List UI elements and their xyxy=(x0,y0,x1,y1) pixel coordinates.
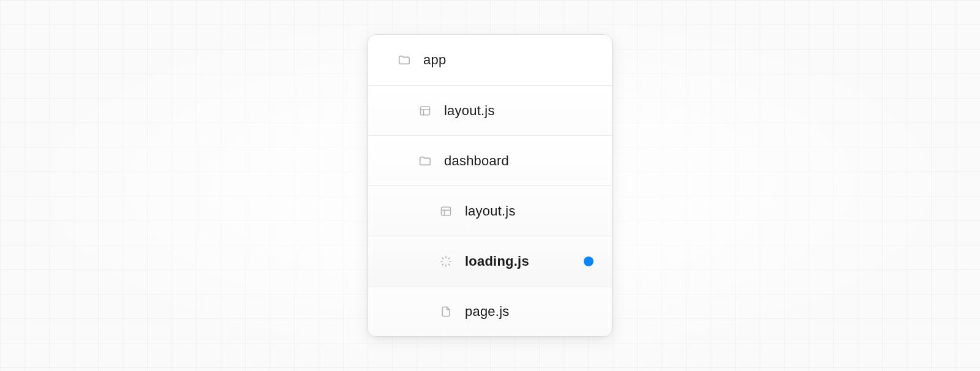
layout-icon xyxy=(439,204,453,218)
layout-icon xyxy=(418,104,432,118)
svg-rect-3 xyxy=(442,207,451,215)
tree-row-dashboard-layout[interactable]: layout.js xyxy=(368,186,612,236)
svg-line-13 xyxy=(448,258,450,259)
tree-row-label: loading.js xyxy=(465,253,529,269)
tree-row-page[interactable]: page.js xyxy=(368,286,612,336)
svg-line-9 xyxy=(448,264,450,265)
tree-row-label: app xyxy=(423,52,446,68)
svg-line-12 xyxy=(442,264,443,265)
tree-row-layout[interactable]: layout.js xyxy=(368,85,612,135)
file-icon xyxy=(439,305,453,318)
tree-row-label: page.js xyxy=(465,304,509,320)
folder-icon xyxy=(398,53,411,67)
active-marker-icon xyxy=(584,257,594,266)
tree-row-dashboard[interactable]: dashboard xyxy=(368,135,612,186)
file-tree-panel: app layout.js dashboard layout.js xyxy=(368,34,612,337)
svg-rect-0 xyxy=(421,107,430,114)
folder-icon xyxy=(418,154,432,168)
tree-row-label: layout.js xyxy=(465,203,516,219)
tree-row-label: layout.js xyxy=(444,103,495,119)
tree-row-label: dashboard xyxy=(444,153,509,169)
tree-row-loading[interactable]: loading.js xyxy=(368,236,612,286)
tree-row-root[interactable]: app xyxy=(368,35,612,85)
svg-line-8 xyxy=(442,258,443,259)
spinner-icon xyxy=(439,255,453,268)
